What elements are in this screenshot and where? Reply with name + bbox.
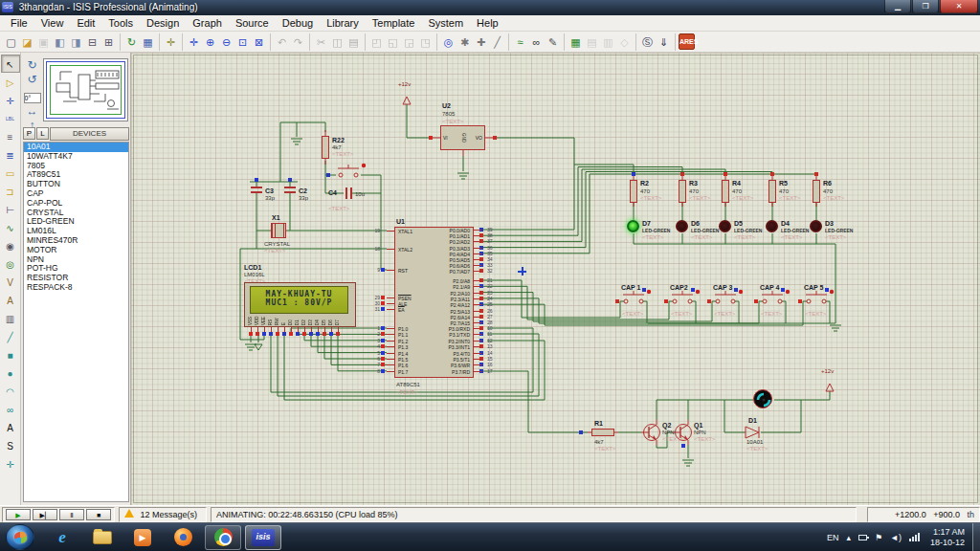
pan-icon[interactable]: ✛ [186,33,202,50]
menu-library[interactable]: Library [320,15,366,31]
component-mode-icon[interactable]: ▷ [1,73,20,91]
minimize-button[interactable]: ▁ [884,0,911,13]
text-2d-icon[interactable]: A [1,418,20,436]
rotation-angle-input[interactable] [24,93,41,103]
network-icon[interactable] [909,533,921,541]
resistor-r3[interactable] [679,180,686,203]
step-button[interactable]: ▶▏ [33,509,57,520]
source-code-icon[interactable]: Ⓢ [639,33,656,50]
wire-label-icon[interactable]: LBL [1,109,20,127]
pause-button[interactable]: Ⅱ [59,509,84,520]
generator-mode-icon[interactable]: ◎ [1,254,20,273]
make-device-icon[interactable]: ✱ [457,33,473,50]
hidden-icons-arrow[interactable]: ▴ [846,533,851,542]
action-center-flag-icon[interactable]: ⚑ [875,533,882,542]
taskbar-internet-explorer[interactable]: e [44,525,80,550]
menu-source[interactable]: Source [229,15,276,31]
c2-ref[interactable]: C2 [299,187,307,194]
q2-ref[interactable]: Q2 [662,422,671,429]
c4-ref[interactable]: C4 [328,189,337,196]
marker-2d-icon[interactable]: ✛ [1,454,20,473]
menu-view[interactable]: View [34,15,71,31]
ares-pcb-icon[interactable]: ARES [679,33,695,50]
subcircuit-icon[interactable]: ▭ [1,164,20,182]
u2-regulator[interactable]: VI VO GND [440,125,485,150]
box-2d-icon[interactable]: ■ [1,345,20,364]
led-d3[interactable] [810,220,822,232]
junction-dot-icon[interactable]: ✛ [1,91,20,109]
battery-icon[interactable] [858,535,867,540]
rotate-clockwise-icon[interactable]: ↻ [22,58,42,73]
zoom-all-icon[interactable]: ⊠ [251,33,267,50]
open-folder-icon[interactable]: ◪ [19,33,35,50]
voltage-probe-icon[interactable]: V [1,273,20,291]
mirror-horizontal-icon[interactable]: ↔ [22,104,42,119]
led-d7[interactable] [627,220,639,232]
play-button[interactable]: ▶ [6,509,31,520]
origin-icon[interactable]: ✛ [163,33,179,50]
mark-output-area-icon[interactable]: ⊞ [100,33,117,50]
stop-button[interactable]: ■ [86,509,111,520]
start-button[interactable] [6,524,34,550]
menu-help[interactable]: Help [470,15,505,31]
button-cap-3-ref[interactable]: CAP 3 [713,284,733,291]
taskbar-isis[interactable]: isis [245,525,281,550]
message-counter[interactable]: 12 Message(s) [119,507,207,522]
build-icon[interactable]: ⇓ [656,33,672,50]
schematic-canvas[interactable]: U2 7805 <TEXT> VI VO GND +12v +12v R22 4… [131,53,980,505]
pick-device-icon[interactable]: ◎ [440,33,457,50]
show-desktop-button[interactable] [972,523,980,551]
resistor-r4[interactable] [722,180,729,203]
button-cap-4-ref[interactable]: CAP 4 [760,284,780,291]
menu-edit[interactable]: Edit [70,15,101,31]
grid-toggle-icon[interactable]: ▦ [140,33,156,50]
motor[interactable] [753,389,772,408]
u2-ref[interactable]: U2 [442,102,451,109]
zoom-out-icon[interactable]: ⊖ [218,33,234,50]
zoom-area-icon[interactable]: ⊡ [234,33,251,50]
device-item-respack-8[interactable]: RESPACK-8 [24,283,128,293]
export-section-icon[interactable]: ◨ [68,33,84,50]
graph-mode-icon[interactable]: ∿ [1,218,20,236]
symbol-2d-icon[interactable]: S [1,436,20,454]
menu-debug[interactable]: Debug [276,15,320,31]
button-cap-1-ref[interactable]: CAP 1 [621,284,641,291]
rotate-anticlockwise-icon[interactable]: ↺ [22,73,42,87]
current-probe-icon[interactable]: A [1,291,20,309]
taskbar-windows-explorer[interactable] [84,525,121,550]
close-button[interactable]: ✕ [940,0,978,13]
r22-resistor[interactable] [322,136,329,159]
led-d4[interactable] [766,220,778,232]
u1-mcu[interactable]: XTAL1XTAL2RSTPSENALEEAP1.0P1.1P1.2P1.3P1… [394,227,474,378]
new-file-icon[interactable]: ▢ [3,33,19,50]
bus-mode-icon[interactable]: ≣ [1,145,20,164]
menu-system[interactable]: System [421,15,470,31]
path-2d-icon[interactable]: ∞ [1,400,20,418]
library-manager-button[interactable]: L [36,127,49,140]
taskbar-clock[interactable]: 1:17 AM 18-10-12 [930,527,965,548]
print-icon[interactable]: ⊟ [84,33,100,50]
arc-2d-icon[interactable]: ◠ [1,382,20,400]
design-explorer-icon[interactable]: ▦ [568,33,584,50]
c3-ref[interactable]: C3 [265,187,274,194]
text-script-icon[interactable]: ≡ [1,127,20,145]
menu-tools[interactable]: Tools [101,15,140,31]
resistor-r5[interactable] [768,180,776,203]
redraw-icon[interactable]: ↻ [123,33,140,50]
led-d5[interactable] [719,220,731,232]
menu-design[interactable]: Design [140,15,186,31]
device-pin-icon[interactable]: ⊢ [1,200,20,218]
import-section-icon[interactable]: ◧ [52,33,68,50]
taskbar-media-player[interactable]: ▶ [124,525,161,550]
schematic-preview[interactable] [43,58,128,121]
restore-button[interactable]: ❒ [912,0,939,13]
search-tag-icon[interactable]: ∞ [528,33,545,50]
taskbar-chrome[interactable] [205,525,241,550]
virtual-instruments-icon[interactable]: ▥ [1,309,20,327]
decompose-icon[interactable]: ╱ [489,33,505,50]
pick-devices-button[interactable]: P [23,127,35,140]
language-indicator[interactable]: EN [827,533,839,542]
wire-autorouter-icon[interactable]: ≈ [512,33,528,50]
taskbar-firefox[interactable] [165,525,201,550]
button-cap-5-ref[interactable]: CAP 5 [804,284,824,291]
